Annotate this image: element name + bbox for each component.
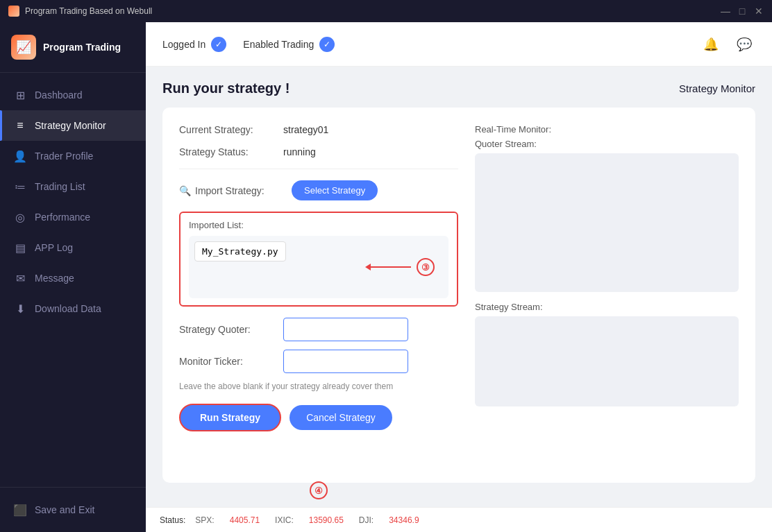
- enabled-trading-badge: Enabled Trading ✓: [243, 37, 335, 52]
- bell-button[interactable]: 🔔: [700, 33, 722, 55]
- logged-in-badge: Logged In ✓: [162, 37, 226, 52]
- sidebar-item-label: Download Data: [35, 303, 101, 314]
- sidebar-item-dashboard[interactable]: ⊞ Dashboard: [0, 80, 146, 110]
- page-title: Run your strategy !: [162, 80, 290, 96]
- content-area: Run your strategy ! Strategy Monitor Cur…: [146, 67, 772, 507]
- quoter-stream-box: [475, 153, 739, 292]
- content-header: Run your strategy ! Strategy Monitor: [162, 80, 755, 96]
- card-left: Current Strategy: strategy01 Strategy St…: [179, 124, 458, 466]
- imported-list-label: Imported List:: [189, 220, 448, 230]
- imported-list-area: My_Strategy.py ③: [189, 236, 448, 298]
- current-strategy-value: strategy01: [283, 124, 328, 135]
- main-area: Logged In ✓ Enabled Trading ✓ 🔔 �: [146, 22, 772, 532]
- sidebar-item-performance[interactable]: ◎ Performance: [0, 202, 146, 232]
- sidebar-item-app-log[interactable]: ▤ APP Log: [0, 232, 146, 263]
- header-left: Logged In ✓ Enabled Trading ✓: [162, 37, 335, 52]
- sidebar-item-trading-list[interactable]: ≔ Trading List: [0, 171, 146, 202]
- current-strategy-label: Current Strategy:: [179, 124, 283, 135]
- titlebar-controls: — □ ✕: [721, 6, 764, 16]
- arrow-line: [369, 266, 411, 268]
- strategy-stream-label: Strategy Stream:: [475, 302, 739, 312]
- sidebar-item-strategy-monitor[interactable]: ≡ Strategy Monitor: [0, 110, 146, 141]
- sidebar-item-label: Trader Profile: [35, 151, 93, 162]
- titlebar: Program Trading Based on Webull — □ ✕: [0, 0, 772, 22]
- strategy-quoter-row: Strategy Quoter:: [179, 318, 458, 341]
- main-card: Current Strategy: strategy01 Strategy St…: [162, 108, 755, 483]
- performance-icon: ◎: [14, 211, 26, 223]
- sidebar-logo: 📈 Program Trading: [0, 22, 146, 73]
- ixic-label: IXIC:: [275, 515, 294, 525]
- imported-list-box: Imported List: My_Strategy.py ③: [179, 212, 458, 307]
- trader-profile-icon: 👤: [14, 150, 26, 162]
- hint-text: Leave the above blank if your strategy a…: [179, 381, 458, 391]
- card-right: Real-Time Monitor: Quoter Stream: Strate…: [475, 124, 739, 466]
- chat-button[interactable]: 💬: [733, 33, 755, 55]
- logged-in-label: Logged In: [162, 39, 205, 50]
- status-bar: Status: SPX: 4405.71 IXIC: 13590.65 DJI:…: [146, 507, 772, 532]
- annotation-circle-4: ④: [310, 481, 328, 499]
- sidebar-item-download-data[interactable]: ⬇ Download Data: [0, 293, 146, 324]
- active-indicator: [0, 110, 2, 141]
- strategy-status-label: Strategy Status:: [179, 146, 283, 157]
- sidebar-item-label: Strategy Monitor: [35, 120, 106, 131]
- close-button[interactable]: ✕: [754, 6, 764, 16]
- app-icon-small: [8, 6, 19, 17]
- strategy-file-tag[interactable]: My_Strategy.py: [194, 241, 286, 261]
- ixic-value: 13590.65: [309, 515, 344, 525]
- logo-text: Program Trading: [43, 42, 121, 53]
- arrow-annotation-3: ③: [369, 258, 435, 276]
- check-icon-2: ✓: [324, 40, 330, 49]
- header-icons: 🔔 💬: [700, 33, 755, 55]
- strategy-quoter-label: Strategy Quoter:: [179, 324, 283, 335]
- logo-icon: 📈: [11, 35, 36, 60]
- titlebar-left: Program Trading Based on Webull: [8, 6, 152, 17]
- dji-value: 34346.9: [389, 515, 419, 525]
- check-icon: ✓: [215, 40, 222, 49]
- strategy-status-row: Strategy Status: running: [179, 146, 458, 157]
- strategy-status-value: running: [283, 146, 316, 157]
- save-exit-icon: ⬛: [14, 504, 26, 516]
- sidebar-item-save-exit[interactable]: ⬛ Save and Exit: [0, 495, 146, 525]
- current-strategy-row: Current Strategy: strategy01: [179, 124, 458, 135]
- sidebar-item-message[interactable]: ✉ Message: [0, 263, 146, 293]
- titlebar-title: Program Trading Based on Webull: [25, 6, 152, 16]
- strategy-monitor-link[interactable]: Strategy Monitor: [679, 83, 755, 94]
- search-icon: 🔍: [179, 185, 191, 196]
- maximize-button[interactable]: □: [737, 6, 747, 16]
- sidebar-item-label: Dashboard: [35, 89, 83, 101]
- sidebar-item-trader-profile[interactable]: 👤 Trader Profile: [0, 141, 146, 171]
- strategy-stream-box: [475, 316, 739, 406]
- sidebar-item-label: Save and Exit: [35, 504, 94, 515]
- logged-in-circle: ✓: [211, 37, 226, 52]
- dashboard-icon: ⊞: [14, 89, 26, 101]
- spx-value: 4405.71: [230, 515, 260, 525]
- divider: [179, 169, 458, 169]
- header: Logged In ✓ Enabled Trading ✓ 🔔 �: [146, 22, 772, 67]
- quoter-stream-label: Quoter Stream:: [475, 139, 739, 149]
- sidebar-item-label: Trading List: [35, 181, 85, 192]
- sidebar-item-label: APP Log: [35, 242, 73, 253]
- import-strategy-label: 🔍 Import Strategy:: [179, 185, 283, 196]
- strategy-quoter-input[interactable]: [283, 318, 408, 341]
- monitor-ticker-label: Monitor Ticker:: [179, 356, 283, 367]
- select-strategy-button[interactable]: Select Strategy: [292, 180, 378, 200]
- annotation-circle-3: ③: [417, 258, 435, 276]
- run-strategy-button[interactable]: Run Strategy: [179, 404, 281, 431]
- app-container: 📈 Program Trading ⊞ Dashboard ≡ Strategy…: [0, 22, 772, 532]
- import-strategy-row: 🔍 Import Strategy: Select Strategy: [179, 180, 458, 200]
- sidebar-nav: ⊞ Dashboard ≡ Strategy Monitor 👤 Trader …: [0, 73, 146, 487]
- bell-icon: 🔔: [703, 37, 719, 52]
- dji-label: DJI:: [359, 515, 374, 525]
- monitor-ticker-row: Monitor Ticker:: [179, 350, 458, 373]
- minimize-button[interactable]: —: [721, 6, 730, 16]
- cancel-strategy-button[interactable]: Cancel Strategy: [290, 405, 392, 430]
- sidebar: 📈 Program Trading ⊞ Dashboard ≡ Strategy…: [0, 22, 146, 532]
- enabled-trading-label: Enabled Trading: [243, 39, 314, 50]
- button-row: Run Strategy Cancel Strategy ④: [179, 404, 458, 466]
- strategy-monitor-icon: ≡: [14, 119, 26, 132]
- monitor-ticker-input[interactable]: [283, 350, 408, 373]
- status-label: Status:: [160, 515, 185, 525]
- import-label-text: Import Strategy:: [195, 185, 265, 196]
- download-icon: ⬇: [14, 302, 26, 315]
- spx-label: SPX:: [195, 515, 214, 525]
